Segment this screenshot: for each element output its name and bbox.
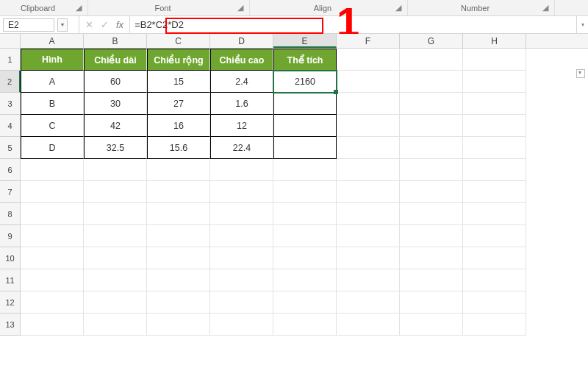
cell[interactable]	[273, 291, 337, 314]
cell[interactable]	[21, 291, 84, 314]
cell-F1[interactable]	[337, 49, 400, 71]
cell[interactable]	[273, 314, 337, 336]
cell-E2[interactable]: 2160	[273, 71, 337, 93]
cell[interactable]	[21, 225, 84, 247]
cell[interactable]	[21, 314, 84, 336]
cell[interactable]	[273, 225, 337, 247]
col-header-A[interactable]: A	[21, 34, 84, 48]
ribbon-group-font[interactable]: Font ◢	[88, 0, 250, 15]
row-header-3[interactable]: 3	[0, 93, 21, 115]
cell-C4[interactable]: 16	[147, 115, 210, 137]
cell[interactable]	[84, 291, 147, 314]
cell-G1[interactable]	[400, 49, 463, 71]
row-header-9[interactable]: 9	[0, 225, 21, 247]
cell[interactable]	[210, 181, 273, 203]
fill-handle[interactable]	[334, 90, 338, 94]
cell[interactable]	[400, 181, 463, 203]
col-header-C[interactable]: C	[147, 34, 210, 48]
cell[interactable]	[84, 203, 147, 225]
cell-B2[interactable]: 60	[84, 71, 147, 93]
row-header-5[interactable]: 5	[0, 137, 21, 159]
col-header-B[interactable]: B	[84, 34, 147, 48]
name-box[interactable]: E2	[3, 18, 54, 32]
cell-F4[interactable]	[337, 115, 400, 137]
cell-G5[interactable]	[400, 137, 463, 159]
cell[interactable]	[210, 225, 273, 247]
row-header-2[interactable]: 2	[0, 71, 21, 93]
cell[interactable]	[337, 269, 400, 291]
cell-E1[interactable]: Thể tích	[273, 49, 337, 71]
cell-A4[interactable]: C	[21, 115, 84, 137]
dialog-launcher-icon[interactable]: ◢	[74, 3, 82, 13]
cell[interactable]	[84, 247, 147, 269]
cell-D3[interactable]: 1.6	[210, 93, 273, 115]
row-header-7[interactable]: 7	[0, 181, 21, 203]
row-header-12[interactable]: 12	[0, 291, 21, 314]
cell-D2[interactable]: 2.4	[210, 71, 273, 93]
cell[interactable]	[147, 181, 210, 203]
cell-C1[interactable]: Chiều rộng	[147, 49, 210, 71]
cell[interactable]	[210, 269, 273, 291]
formula-bar-expand[interactable]: ▾	[576, 16, 588, 33]
cell-H1[interactable]	[463, 49, 526, 71]
cell-F2[interactable]	[337, 71, 400, 93]
cell[interactable]	[273, 181, 337, 203]
col-header-G[interactable]: G	[400, 34, 463, 48]
row-header-1[interactable]: 1	[0, 49, 21, 71]
ribbon-group-clipboard[interactable]: Clipboard ◢	[0, 0, 88, 15]
cell[interactable]	[337, 314, 400, 336]
cell-B3[interactable]: 30	[84, 93, 147, 115]
worksheet-grid[interactable]: A B C D E F G H 1 Hình Chiều dài Chiều r…	[0, 34, 588, 368]
cell-G4[interactable]	[400, 115, 463, 137]
cell-E5[interactable]	[273, 137, 337, 159]
cell[interactable]	[400, 291, 463, 314]
cell[interactable]	[273, 159, 337, 181]
row-header-10[interactable]: 10	[0, 247, 21, 269]
cell-G3[interactable]	[400, 93, 463, 115]
cell-H4[interactable]	[463, 115, 526, 137]
cell-F3[interactable]	[337, 93, 400, 115]
col-header-H[interactable]: H	[463, 34, 526, 48]
cell[interactable]	[147, 314, 210, 336]
cell[interactable]	[210, 247, 273, 269]
cell[interactable]	[337, 225, 400, 247]
cell-H2[interactable]	[463, 71, 526, 93]
row-header-6[interactable]: 6	[0, 159, 21, 181]
cell[interactable]	[273, 269, 337, 291]
cell-C3[interactable]: 27	[147, 93, 210, 115]
cell[interactable]	[147, 247, 210, 269]
cell[interactable]	[400, 314, 463, 336]
col-header-E[interactable]: E	[273, 34, 337, 48]
cell-A3[interactable]: B	[21, 93, 84, 115]
col-header-D[interactable]: D	[210, 34, 273, 48]
cell[interactable]	[21, 269, 84, 291]
dialog-launcher-icon[interactable]: ◢	[541, 3, 548, 13]
cell-B1[interactable]: Chiều dài	[84, 49, 147, 71]
cell[interactable]	[400, 203, 463, 225]
cell[interactable]	[463, 247, 526, 269]
row-header-4[interactable]: 4	[0, 115, 21, 137]
cell[interactable]	[463, 291, 526, 314]
dialog-launcher-icon[interactable]: ◢	[394, 3, 401, 13]
ribbon-group-number[interactable]: Number ◢	[408, 0, 555, 15]
cell-D4[interactable]: 12	[210, 115, 273, 137]
enter-icon[interactable]: ✓	[101, 19, 109, 30]
row-header-13[interactable]: 13	[0, 314, 21, 336]
cell[interactable]	[147, 159, 210, 181]
name-box-dropdown[interactable]: ▾	[57, 18, 68, 32]
dialog-launcher-icon[interactable]: ◢	[236, 3, 243, 13]
cell[interactable]	[84, 181, 147, 203]
cell[interactable]	[210, 314, 273, 336]
cell-H5[interactable]	[463, 137, 526, 159]
cell-B4[interactable]: 42	[84, 115, 147, 137]
formula-bar-collapse-icon[interactable]	[576, 69, 585, 78]
cell-C5[interactable]: 15.6	[147, 137, 210, 159]
cell-D5[interactable]: 22.4	[210, 137, 273, 159]
cell-A1[interactable]: Hình	[21, 49, 84, 71]
col-header-F[interactable]: F	[337, 34, 400, 48]
cell[interactable]	[463, 203, 526, 225]
cell[interactable]	[147, 269, 210, 291]
cell[interactable]	[400, 269, 463, 291]
cell[interactable]	[84, 159, 147, 181]
cell[interactable]	[21, 181, 84, 203]
